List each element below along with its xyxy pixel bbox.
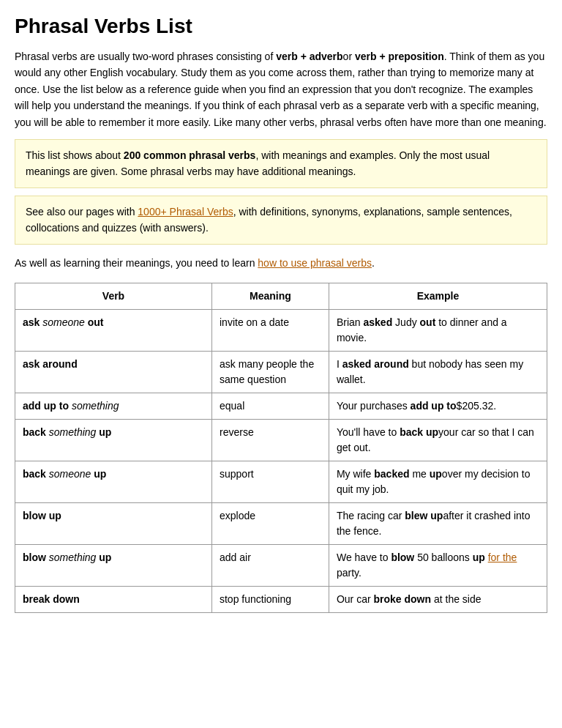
verb-bold: add up to: [23, 400, 69, 412]
how-to-use-link[interactable]: how to use phrasal verbs: [258, 257, 372, 269]
ex-bold: backed: [374, 468, 409, 480]
verb-bold2: up: [94, 468, 106, 480]
verb-cell: break down: [15, 586, 212, 612]
table-row: add up to something equal Your purchases…: [15, 393, 547, 419]
highlight-text: This list shows about 200 common phrasal…: [26, 147, 536, 180]
verb-bold2: out: [88, 316, 104, 328]
bold-verb-adverb: verb + adverb: [276, 51, 342, 62]
verb-italic: something: [49, 551, 97, 563]
meaning-cell: invite on a date: [211, 309, 329, 351]
verb-bold: ask: [23, 316, 40, 328]
verb-bold: back: [23, 468, 46, 480]
verb-cell: back something up: [15, 419, 212, 461]
for-the-link[interactable]: for the: [488, 551, 517, 563]
ex-bold2: up: [473, 551, 485, 563]
verb-italic: something: [49, 426, 97, 438]
verb-bold: ask around: [23, 358, 78, 370]
see-also-box: See also our pages with 1000+ Phrasal Ve…: [15, 196, 547, 245]
meaning-cell: ask many people the same question: [211, 351, 329, 393]
verb-bold2: up: [99, 551, 111, 563]
meaning-cell: add air: [211, 544, 329, 586]
meaning-cell: equal: [211, 393, 329, 419]
table-row: back something up reverse You'll have to…: [15, 419, 547, 461]
example-cell: We have to blow 50 balloons up for the p…: [329, 544, 547, 586]
learn-line: As well as learning their meanings, you …: [15, 255, 547, 271]
phrasal-verbs-table: Verb Meaning Example ask someone out inv…: [15, 283, 547, 613]
ex-bold: blow: [391, 551, 414, 563]
example-cell: Our car broke down at the side: [329, 586, 547, 612]
example-cell: Your purchases add up to$205.32.: [329, 393, 547, 419]
example-cell: My wife backed me upover my decision to …: [329, 461, 547, 502]
table-row: back someone up support My wife backed m…: [15, 461, 547, 502]
ex-bold: asked around: [342, 358, 409, 370]
verb-cell: back someone up: [15, 461, 212, 502]
table-row: blow something up add air We have to blo…: [15, 544, 547, 586]
verb-bold: blow up: [23, 510, 61, 521]
table-row: ask someone out invite on a date Brian a…: [15, 309, 547, 351]
see-also-text: See also our pages with 1000+ Phrasal Ve…: [26, 204, 536, 237]
highlight-bold: 200 common phrasal verbs: [124, 149, 256, 161]
header-meaning: Meaning: [211, 283, 329, 309]
verb-cell: blow something up: [15, 544, 212, 586]
intro-paragraph: Phrasal verbs are usually two-word phras…: [15, 48, 547, 130]
verb-cell: ask someone out: [15, 309, 212, 351]
table-row: ask around ask many people the same ques…: [15, 351, 547, 393]
bold-verb-prep: verb + preposition: [355, 51, 444, 62]
ex-bold2: out: [420, 316, 436, 328]
ex-bold: blew up: [405, 510, 443, 521]
header-verb: Verb: [15, 283, 212, 309]
phrasal-verbs-1000-link[interactable]: 1000+ Phrasal Verbs: [138, 206, 233, 218]
meaning-cell: explode: [211, 502, 329, 544]
verb-cell: blow up: [15, 502, 212, 544]
verb-bold: blow: [23, 551, 46, 563]
ex-bold: back up: [400, 426, 438, 438]
verb-bold: back: [23, 426, 46, 438]
ex-bold2: up: [430, 468, 442, 480]
verb-italic: something: [72, 400, 119, 412]
ex-bold: add up to: [411, 400, 457, 412]
verb-bold2: up: [99, 426, 111, 438]
ex-bold: broke down: [374, 593, 432, 605]
table-row: break down stop functioning Our car brok…: [15, 586, 547, 612]
verb-cell: add up to something: [15, 393, 212, 419]
verb-cell: ask around: [15, 351, 212, 393]
example-cell: You'll have to back upyour car so that I…: [329, 419, 547, 461]
example-cell: I asked around but nobody has seen my wa…: [329, 351, 547, 393]
table-header-row: Verb Meaning Example: [15, 283, 547, 309]
verb-italic: someone: [49, 468, 91, 480]
highlight-box: This list shows about 200 common phrasal…: [15, 139, 547, 188]
header-example: Example: [329, 283, 547, 309]
example-cell: Brian asked Judy out to dinner and a mov…: [329, 309, 547, 351]
verb-italic: someone: [42, 316, 85, 328]
ex-bold: asked: [364, 316, 393, 328]
meaning-cell: stop functioning: [211, 586, 329, 612]
meaning-cell: support: [211, 461, 329, 502]
example-cell: The racing car blew upafter it crashed i…: [329, 502, 547, 544]
table-row: blow up explode The racing car blew upaf…: [15, 502, 547, 544]
meaning-cell: reverse: [211, 419, 329, 461]
verb-bold: break down: [23, 593, 80, 605]
page-title: Phrasal Verbs List: [15, 15, 547, 38]
